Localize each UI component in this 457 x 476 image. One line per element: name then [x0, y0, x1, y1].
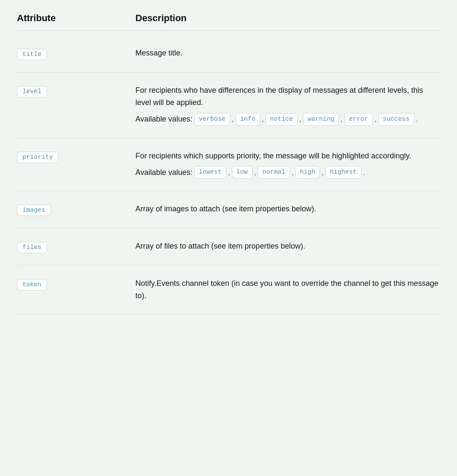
value-badge: error [344, 113, 373, 126]
separator: , [292, 167, 294, 178]
attribute-column-header: Attribute [17, 13, 135, 24]
table-row: imagesArray of images to attach (see ite… [17, 191, 440, 228]
value-badge: success [378, 113, 414, 126]
attribute-badge: title [17, 49, 47, 60]
attribute-cell: images [17, 203, 135, 216]
description-cell: Array of files to attach (see item prope… [135, 240, 440, 252]
period: . [416, 113, 418, 125]
values-label: Available values: [135, 113, 193, 125]
table-header: Attribute Description [17, 13, 440, 31]
description-text: Message title. [135, 47, 440, 59]
attribute-badge: images [17, 205, 51, 216]
values-line: Available values:verbose,info,notice,war… [135, 113, 440, 126]
attribute-cell: title [17, 47, 135, 60]
attribute-cell: priority [17, 150, 135, 163]
values-label: Available values: [135, 166, 193, 179]
value-badge: low [232, 166, 253, 179]
attribute-cell: files [17, 240, 135, 253]
value-badge: high [295, 166, 320, 179]
description-text: For recipients which supports priority, … [135, 150, 440, 162]
separator: , [232, 113, 234, 125]
description-text: Array of files to attach (see item prope… [135, 240, 440, 252]
value-badge: warning [303, 113, 339, 126]
attribute-cell: level [17, 84, 135, 97]
separator: , [322, 167, 324, 178]
description-column-header: Description [135, 13, 440, 24]
description-text: For recipients who have differences in t… [135, 84, 440, 109]
attribute-badge: level [17, 86, 47, 97]
separator: , [374, 113, 377, 125]
value-badge: normal [258, 166, 290, 179]
description-cell: For recipients which supports priority, … [135, 150, 440, 179]
table-row: tokenNotify.Events channel token (in cas… [17, 266, 440, 314]
value-badge: highest [325, 166, 361, 179]
separator: , [262, 113, 264, 125]
table-row: filesArray of files to attach (see item … [17, 228, 440, 266]
value-badge: lowest [194, 166, 226, 179]
table-row: levelFor recipients who have differences… [17, 72, 440, 138]
attribute-badge: files [17, 242, 47, 253]
values-line: Available values:lowest,low,normal,high,… [135, 166, 440, 179]
period: . [363, 167, 365, 178]
attribute-cell: token [17, 277, 135, 291]
description-cell: Message title. [135, 47, 440, 59]
value-badge: notice [265, 113, 297, 126]
attribute-badge: priority [17, 152, 58, 163]
separator: , [299, 113, 301, 125]
description-text: Notify.Events channel token (in case you… [135, 277, 440, 302]
attribute-table: Attribute Description titleMessage title… [17, 13, 440, 314]
separator: , [341, 113, 343, 125]
attribute-badge: token [17, 279, 47, 291]
description-text: Array of images to attach (see item prop… [135, 203, 440, 215]
table-body: titleMessage title.levelFor recipients w… [17, 35, 440, 314]
table-row: titleMessage title. [17, 35, 440, 72]
separator: , [254, 167, 256, 178]
value-badge: verbose [194, 113, 230, 126]
description-cell: Notify.Events channel token (in case you… [135, 277, 440, 302]
description-cell: For recipients who have differences in t… [135, 84, 440, 126]
value-badge: info [236, 113, 260, 126]
separator: , [228, 167, 230, 178]
description-cell: Array of images to attach (see item prop… [135, 203, 440, 215]
table-row: priorityFor recipients which supports pr… [17, 138, 440, 191]
